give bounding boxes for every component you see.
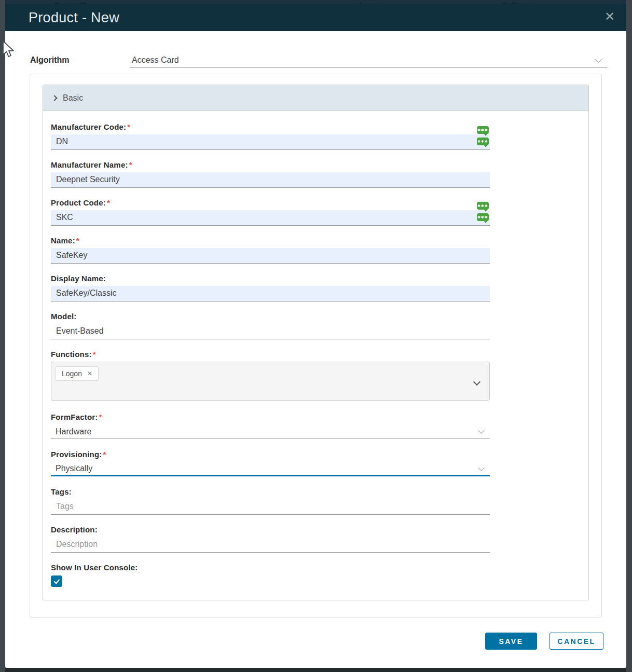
required-asterisk: * bbox=[107, 198, 110, 207]
field-show-in-user-console: Show In User Console: bbox=[51, 563, 490, 587]
backdrop-right-strip bbox=[626, 0, 632, 672]
chevron-down-icon bbox=[478, 427, 485, 434]
backdrop-bottom-strip bbox=[0, 668, 632, 672]
model-input[interactable] bbox=[51, 324, 490, 339]
description-label: Description: bbox=[51, 525, 98, 534]
translate-icon[interactable]: ✱✱✱ bbox=[477, 126, 489, 134]
form-factor-label: FormFactor: bbox=[51, 413, 98, 421]
required-asterisk: * bbox=[93, 350, 96, 359]
field-functions: Functions:* Logon ✕ bbox=[51, 350, 490, 401]
chevron-down-icon bbox=[595, 56, 602, 63]
manufacturer-name-input[interactable] bbox=[51, 172, 490, 188]
field-name: Name:* bbox=[51, 236, 490, 264]
field-tags: Tags: bbox=[51, 487, 490, 515]
field-model: Model: bbox=[51, 312, 490, 339]
chevron-right-icon bbox=[51, 95, 57, 101]
provisioning-label: Provisioning: bbox=[51, 450, 102, 459]
backdrop-left-strip bbox=[0, 0, 5, 672]
basic-accordion: Basic Manufacturer Code:* ✱✱✱ ✱✱✱ Manufa… bbox=[43, 85, 589, 600]
translate-icon[interactable]: ✱✱✱ bbox=[477, 202, 489, 210]
translate-icon[interactable]: ✱✱✱ bbox=[477, 213, 489, 221]
product-code-label: Product Code: bbox=[51, 198, 106, 207]
modal-title: Product - New bbox=[29, 10, 119, 26]
functions-multiselect[interactable]: Logon ✕ bbox=[51, 362, 490, 401]
model-label: Model: bbox=[51, 312, 77, 321]
save-button[interactable]: SAVE bbox=[485, 633, 537, 650]
basic-accordion-header[interactable]: Basic bbox=[43, 85, 588, 111]
field-product-code: Product Code:* ✱✱✱ ✱✱✱ bbox=[51, 198, 490, 226]
required-asterisk: * bbox=[103, 450, 106, 459]
manufacturer-code-input[interactable] bbox=[51, 134, 490, 150]
name-input[interactable] bbox=[51, 248, 490, 264]
tags-input[interactable] bbox=[51, 499, 490, 515]
tags-label: Tags: bbox=[51, 487, 72, 496]
product-code-input[interactable] bbox=[51, 210, 490, 226]
required-asterisk: * bbox=[129, 160, 132, 169]
manufacturer-name-label: Manufacturer Name: bbox=[51, 160, 128, 169]
algorithm-row: Algorithm Access Card bbox=[30, 53, 607, 68]
algorithm-label: Algorithm bbox=[30, 53, 130, 65]
chip-label: Logon bbox=[62, 369, 82, 378]
manufacturer-code-label: Manufacturer Code: bbox=[51, 122, 126, 131]
required-asterisk: * bbox=[76, 236, 79, 245]
algorithm-value: Access Card bbox=[132, 56, 179, 65]
accordion-title: Basic bbox=[63, 93, 83, 103]
provisioning-value: Physically bbox=[56, 464, 92, 473]
translate-icon[interactable]: ✱✱✱ bbox=[477, 138, 489, 145]
provisioning-select[interactable]: Physically bbox=[51, 462, 490, 476]
chevron-down-icon bbox=[473, 378, 480, 386]
basic-accordion-content: Manufacturer Code:* ✱✱✱ ✱✱✱ Manufacturer… bbox=[43, 111, 588, 587]
chevron-down-icon bbox=[478, 464, 485, 471]
modal-footer: SAVE CANCEL bbox=[485, 633, 603, 650]
field-provisioning: Provisioning:* Physically bbox=[51, 450, 490, 476]
required-asterisk: * bbox=[127, 122, 130, 131]
selected-chip-logon: Logon ✕ bbox=[56, 366, 99, 381]
display-name-label: Display Name: bbox=[51, 274, 106, 283]
close-icon[interactable]: ✕ bbox=[604, 10, 615, 23]
display-name-input[interactable] bbox=[51, 286, 490, 301]
field-form-factor: FormFactor:* Hardware bbox=[51, 413, 490, 439]
algorithm-select[interactable]: Access Card bbox=[130, 53, 607, 68]
required-asterisk: * bbox=[99, 413, 102, 421]
chip-remove-icon[interactable]: ✕ bbox=[87, 370, 92, 377]
form-factor-value: Hardware bbox=[56, 427, 91, 436]
form-factor-select[interactable]: Hardware bbox=[51, 424, 490, 439]
field-display-name: Display Name: bbox=[51, 274, 490, 301]
field-description: Description: bbox=[51, 525, 490, 553]
name-label: Name: bbox=[51, 236, 75, 245]
check-icon bbox=[53, 578, 61, 585]
functions-label: Functions: bbox=[51, 350, 92, 359]
show-in-user-console-label: Show In User Console: bbox=[51, 563, 138, 572]
field-manufacturer-name: Manufacturer Name:* bbox=[51, 160, 490, 188]
description-input[interactable] bbox=[51, 537, 490, 553]
product-new-modal: Product - New ✕ Algorithm Access Card Ba… bbox=[5, 4, 626, 668]
cancel-button[interactable]: CANCEL bbox=[549, 633, 603, 650]
show-in-user-console-checkbox[interactable] bbox=[51, 575, 62, 587]
modal-header: Product - New ✕ bbox=[5, 4, 626, 31]
form-container: Basic Manufacturer Code:* ✱✱✱ ✱✱✱ Manufa… bbox=[30, 74, 602, 618]
field-manufacturer-code: Manufacturer Code:* ✱✱✱ ✱✱✱ bbox=[51, 122, 490, 150]
